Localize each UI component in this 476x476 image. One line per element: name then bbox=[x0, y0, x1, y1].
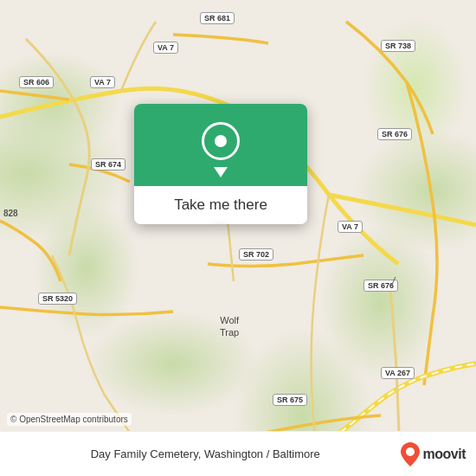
road-shield-va267: VA 267 bbox=[381, 367, 415, 379]
road-label-828: 828 bbox=[3, 209, 18, 218]
map-copyright: © OpenStreetMap contributors bbox=[7, 413, 132, 426]
road-shield-sr674: SR 674 bbox=[91, 158, 125, 170]
bottom-bar: Day Family Cemetery, Washington / Baltim… bbox=[0, 431, 476, 476]
road-marker: / bbox=[392, 275, 395, 287]
take-me-there-button[interactable]: Take me there bbox=[134, 186, 307, 224]
place-label-wolf-trap: WolfTrap bbox=[220, 314, 239, 339]
location-title: Day Family Cemetery, Washington / Baltim… bbox=[10, 447, 401, 460]
map-container: VA 7 VA 7 VA 7 SR 681 SR 738 SR 676 SR 6… bbox=[0, 0, 476, 476]
svg-point-0 bbox=[406, 447, 415, 456]
moovit-logo: moovit bbox=[401, 442, 466, 466]
road-shield-va7-left: VA 7 bbox=[90, 76, 115, 88]
roads-layer bbox=[0, 0, 476, 476]
pin-circle bbox=[202, 122, 240, 160]
road-shield-sr5320: SR 5320 bbox=[38, 293, 77, 305]
road-shield-sr606: SR 606 bbox=[19, 76, 54, 88]
pin-tail bbox=[214, 167, 228, 177]
popup-green-header bbox=[134, 104, 307, 186]
moovit-pin-icon bbox=[401, 442, 420, 466]
road-shield-sr676-top: SR 676 bbox=[377, 128, 412, 140]
road-shield-va7-top: VA 7 bbox=[153, 42, 178, 54]
road-shield-sr681: SR 681 bbox=[200, 12, 235, 24]
road-shield-sr738: SR 738 bbox=[381, 40, 415, 52]
popup-card: Take me there bbox=[134, 104, 307, 224]
road-shield-va7-right: VA 7 bbox=[338, 221, 363, 233]
road-shield-sr675: SR 675 bbox=[273, 394, 307, 406]
road-shield-sr702: SR 702 bbox=[239, 248, 273, 261]
moovit-brand-text: moovit bbox=[423, 447, 466, 462]
location-pin-icon bbox=[202, 122, 240, 169]
